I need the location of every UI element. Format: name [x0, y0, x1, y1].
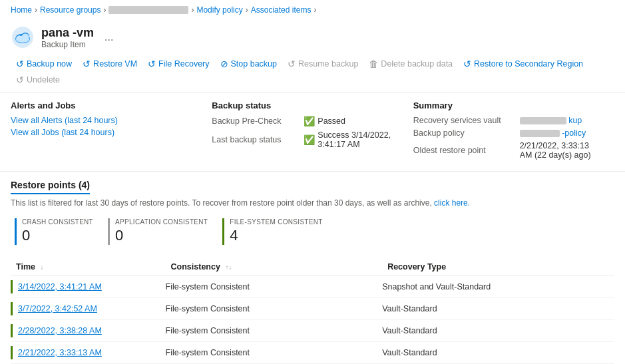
time-link[interactable]: 3/7/2022, 3:42:52 AM — [18, 304, 97, 313]
summary-policy-label: Backup policy — [413, 128, 520, 138]
table-header-row: Time ↓ Consistency ↑↓ Recovery Type — [11, 258, 614, 276]
breadcrumb-home[interactable]: Home — [11, 5, 32, 15]
crash-consistent-value: 0 — [22, 227, 93, 244]
time-cell: 3/7/2022, 3:42:52 AM — [11, 298, 166, 320]
page-header: pana -vm Backup Item ... — [0, 20, 625, 52]
application-consistent-bar — [108, 218, 110, 245]
consistency-column-header: Consistency ↑↓ — [166, 258, 383, 276]
restore-vm-button[interactable]: ↺ Restore VM — [77, 56, 142, 72]
time-cell: 2/28/2022, 3:38:28 AM — [11, 320, 166, 342]
backup-now-button[interactable]: ↺ Backup now — [11, 56, 77, 72]
breadcrumb-associated-items[interactable]: Associated items — [251, 5, 312, 15]
more-options-button[interactable]: ... — [101, 30, 117, 45]
page-subtitle: Backup Item — [41, 40, 94, 49]
backup-item-icon — [11, 25, 35, 49]
page-title-block: pana -vm Backup Item — [41, 26, 94, 49]
resume-backup-icon: ↺ — [288, 59, 296, 69]
restore-points-section: Restore points (4) This list is filtered… — [0, 172, 625, 364]
svg-point-9 — [22, 34, 29, 41]
summary-restore-value: 2/21/2022, 3:33:13 AM (22 day(s) ago) — [520, 141, 601, 160]
backup-precheck-row: Backup Pre-Check ✅ Passed — [212, 116, 399, 126]
time-column-header: Time ↓ — [11, 258, 166, 276]
time-link[interactable]: 3/14/2022, 3:41:21 AM — [18, 282, 102, 291]
summary-vault-value: kup — [520, 116, 582, 125]
last-backup-row: Last backup status ✅ Success 3/14/2022, … — [212, 130, 399, 149]
check-icon-2: ✅ — [304, 134, 315, 145]
summary-policy-row: Backup policy -policy — [413, 128, 601, 138]
consistency-cell: File-system Consistent — [166, 298, 383, 320]
breadcrumb-modify-policy[interactable]: Modify policy — [196, 5, 242, 15]
restore-vm-icon: ↺ — [83, 59, 91, 69]
row-indicator-bar — [11, 302, 13, 315]
recovery-type-cell: Vault-Standard — [382, 298, 614, 320]
stop-backup-button[interactable]: ⊘ Stop backup — [215, 56, 283, 72]
crash-consistent-box: CRASH CONSISTENT 0 — [11, 216, 104, 248]
crash-consistent-label: CRASH CONSISTENT — [22, 218, 93, 226]
click-here-link[interactable]: click here. — [434, 198, 470, 208]
filesystem-consistent-box: FILE-SYSTEM CONSISTENT 4 — [218, 216, 333, 248]
row-indicator-bar — [11, 346, 13, 359]
consistency-cell: File-system Consistent — [166, 320, 383, 342]
backup-now-icon: ↺ — [16, 59, 24, 69]
breadcrumb-resource-groups[interactable]: Resource groups — [40, 5, 101, 15]
table-row[interactable]: 2/21/2022, 3:33:13 AM File-system Consis… — [11, 342, 614, 364]
policy-blurred — [520, 130, 560, 137]
restore-points-title: Restore points (4) — [11, 180, 90, 194]
summary-restore-point-row: Oldest restore point 2/21/2022, 3:33:13 … — [413, 141, 601, 160]
consistency-boxes: CRASH CONSISTENT 0 APPLICATION CONSISTEN… — [11, 216, 614, 248]
recovery-type-column-header: Recovery Type — [382, 258, 614, 276]
alerts-panel-title: Alerts and Jobs — [11, 100, 198, 110]
filesystem-consistent-bar — [222, 218, 224, 245]
time-sort-icon[interactable]: ↓ — [40, 264, 43, 271]
table-row[interactable]: 3/14/2022, 3:41:21 AM File-system Consis… — [11, 276, 614, 298]
delete-backup-icon: 🗑 — [369, 59, 378, 69]
filesystem-consistent-label: FILE-SYSTEM CONSISTENT — [230, 218, 322, 226]
restore-secondary-icon: ↺ — [463, 59, 471, 69]
application-consistent-label: APPLICATION CONSISTENT — [115, 218, 208, 226]
summary-vault-row: Recovery services vault kup — [413, 116, 601, 125]
toolbar: ↺ Backup now ↺ Restore VM ↺ File Recover… — [0, 52, 625, 92]
delete-backup-button[interactable]: 🗑 Delete backup data — [363, 56, 458, 72]
time-cell: 2/21/2022, 3:33:13 AM — [11, 342, 166, 364]
file-recovery-icon: ↺ — [148, 59, 156, 69]
summary-policy-value: -policy — [520, 128, 586, 138]
resume-backup-button[interactable]: ↺ Resume backup — [282, 56, 363, 72]
row-indicator-bar — [11, 280, 13, 293]
backup-status-panel: Backup status Backup Pre-Check ✅ Passed … — [212, 100, 413, 163]
recovery-type-cell: Snapshot and Vault-Standard — [382, 276, 614, 298]
consistency-sort-icon[interactable]: ↑↓ — [225, 264, 232, 271]
restore-points-info: This list is filtered for last 30 days o… — [11, 198, 614, 208]
application-consistent-box: APPLICATION CONSISTENT 0 — [104, 216, 218, 248]
recovery-type-cell: Vault-Standard — [382, 320, 614, 342]
restore-table: Time ↓ Consistency ↑↓ Recovery Type 3/14… — [11, 258, 614, 364]
restore-secondary-button[interactable]: ↺ Restore to Secondary Region — [458, 56, 588, 72]
table-row[interactable]: 2/28/2022, 3:38:28 AM File-system Consis… — [11, 320, 614, 342]
view-alerts-link[interactable]: View all Alerts (last 24 hours) — [11, 116, 198, 125]
consistency-cell: File-system Consistent — [166, 342, 383, 364]
crash-consistent-bar — [15, 218, 17, 245]
undelete-button[interactable]: ↺ Undelete — [11, 72, 65, 88]
alerts-and-jobs-panel: Alerts and Jobs View all Alerts (last 24… — [11, 100, 212, 163]
time-cell: 3/14/2022, 3:41:21 AM — [11, 276, 166, 298]
vault-blurred — [520, 117, 566, 124]
restore-table-body: 3/14/2022, 3:41:21 AM File-system Consis… — [11, 276, 614, 364]
row-indicator-bar — [11, 324, 13, 337]
last-backup-label: Last backup status — [212, 135, 298, 144]
summary-vault-label: Recovery services vault — [413, 116, 520, 125]
consistency-cell: File-system Consistent — [166, 276, 383, 298]
summary-restore-label: Oldest restore point — [413, 146, 520, 155]
file-recovery-button[interactable]: ↺ File Recovery — [142, 56, 214, 72]
view-jobs-link[interactable]: View all Jobs (last 24 hours) — [11, 128, 198, 137]
undelete-icon: ↺ — [16, 75, 24, 85]
check-icon: ✅ — [304, 116, 315, 126]
page-title: pana -vm — [41, 26, 94, 40]
application-consistent-value: 0 — [115, 227, 208, 244]
breadcrumb: Home › Resource groups › › Modify policy… — [0, 0, 625, 20]
stop-backup-icon: ⊘ — [220, 59, 228, 69]
table-row[interactable]: 3/7/2022, 3:42:52 AM File-system Consist… — [11, 298, 614, 320]
time-link[interactable]: 2/28/2022, 3:38:28 AM — [18, 326, 102, 335]
time-link[interactable]: 2/21/2022, 3:33:13 AM — [18, 348, 102, 357]
backup-status-title: Backup status — [212, 100, 399, 110]
backup-precheck-label: Backup Pre-Check — [212, 116, 298, 126]
backup-precheck-status: ✅ Passed — [304, 116, 345, 126]
